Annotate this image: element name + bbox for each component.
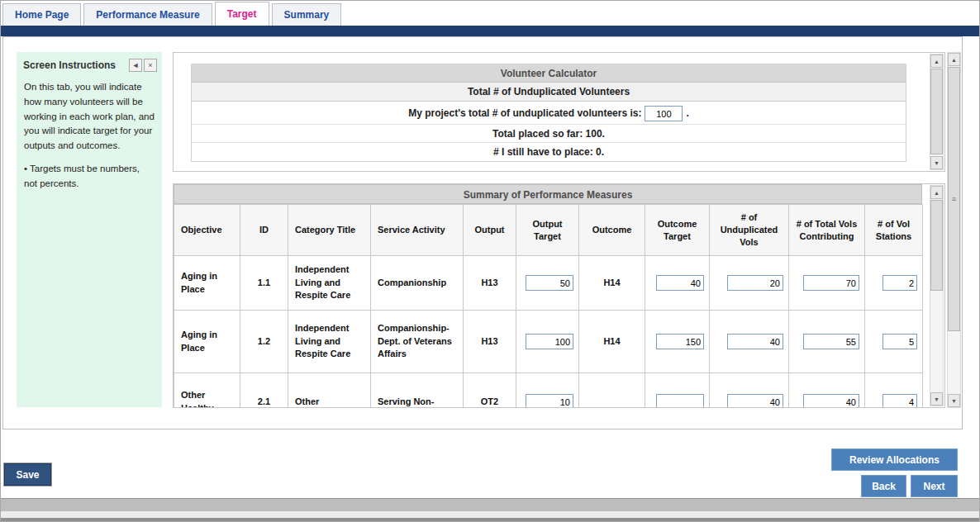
col-header-unduplicated-vols: # of Unduplicated Vols [710,205,789,256]
next-button[interactable]: Next [911,475,958,497]
scrollbar-thumb[interactable] [930,200,943,291]
app-window: Home Page Performance Measure Target Sum… [0,0,980,522]
save-button[interactable]: Save [4,463,51,486]
objective-cell: Aging in Place [174,311,240,373]
unduplicated-volunteers-input[interactable] [645,106,683,121]
unduplicated-vols-input[interactable] [727,275,783,291]
calculator-input-row: My project's total # of unduplicated vol… [192,102,906,125]
review-allocations-button[interactable]: Review Allocations [831,448,958,471]
instructions-header: Screen Instructions ◄ × [17,52,162,75]
table-row: Other Healthy 2.1 Other Serving Non- OT2 [174,373,923,409]
screen-instructions-panel: Screen Instructions ◄ × On this tab, you… [17,52,162,407]
tab-label: Target [227,8,257,20]
still-to-place-text: # I still have to place: 0. [192,143,906,161]
output-target-input[interactable] [526,275,573,291]
tab-label: Summary [284,9,330,21]
tab-label: Performance Measure [96,9,199,21]
outcome-target-input[interactable] [656,334,704,349]
col-header-outcome-target: Outcome Target [645,205,710,256]
output-target-input[interactable] [526,334,573,349]
id-cell: 1.2 [240,311,288,373]
tab-bar: Home Page Performance Measure Target Sum… [1,1,979,26]
objective-cell: Other Healthy [174,373,240,409]
content-area: Screen Instructions ◄ × On this tab, you… [2,36,963,429]
calculator-table: Volunteer Calculator Total # of Unduplic… [191,64,906,162]
performance-measures-table: Objective ID Category Title Service Acti… [174,204,923,408]
category-title-cell: Independent Living and Respite Care [288,311,371,373]
tab-summary[interactable]: Summary [272,3,342,26]
tab-target[interactable]: Target [215,2,269,26]
unduplicated-vols-input[interactable] [727,394,783,408]
vol-stations-cell [865,311,923,373]
calculator-subtitle: Total # of Unduplicated Volunteers [192,83,906,102]
total-vols-input[interactable] [803,334,859,349]
summary-scrollbar[interactable]: ▲ ▼ [930,185,944,406]
scrollbar-grip-icon: ≡ [952,195,956,203]
volunteer-calculator-panel: Volunteer Calculator Total # of Unduplic… [173,52,945,172]
performance-measures-panel: Summary of Performance Measures Objectiv… [173,183,945,408]
scroll-up-button[interactable]: ▲ [948,53,960,66]
back-button[interactable]: Back [861,475,906,497]
output-target-input[interactable] [526,394,573,408]
calculator-input-suffix: . [686,107,688,119]
scroll-down-button[interactable]: ▼ [948,394,960,407]
unduplicated-vols-input[interactable] [727,334,783,349]
category-title-cell: Independent Living and Respite Care [288,256,371,311]
objective-cell: Aging in Place [174,256,240,311]
unduplicated-vols-cell [710,256,789,311]
col-header-id: ID [240,205,288,256]
outcome-cell: H14 [579,256,645,311]
close-instructions-button[interactable]: × [144,59,157,72]
col-header-vol-stations: # of Vol Stations [865,205,923,256]
col-header-service-activity: Service Activity [371,205,464,256]
service-activity-cell: Companionship-Dept. of Veterans Affairs [371,311,464,373]
scrollbar-thumb[interactable] [930,69,943,154]
service-activity-cell: Companionship [371,256,464,311]
table-header-row: Objective ID Category Title Service Acti… [174,205,923,256]
summary-table-title: Summary of Performance Measures [174,184,922,204]
vol-stations-input[interactable] [882,275,917,291]
scroll-down-button[interactable]: ▼ [930,156,943,169]
calculator-scrollbar[interactable]: ▲ ▼ [930,54,944,170]
tab-home-page[interactable]: Home Page [2,3,81,26]
output-target-cell [516,311,579,373]
content-scrollbar[interactable]: ▲ ≡ ▼ [947,52,961,408]
close-icon: × [148,62,152,69]
scroll-up-button[interactable]: ▲ [930,186,943,199]
scroll-up-icon: ▲ [934,190,940,196]
vol-stations-input[interactable] [882,394,917,408]
table-row: Aging in Place 1.2 Independent Living an… [174,311,923,373]
col-header-category-title: Category Title [288,205,371,256]
outcome-target-input[interactable] [656,394,704,408]
vol-stations-cell [865,256,923,311]
col-header-output: Output [464,205,516,256]
outcome-cell [579,373,645,409]
scroll-down-icon: ▼ [934,396,940,402]
total-vols-cell [789,256,865,311]
scroll-down-icon: ▼ [951,398,957,404]
collapse-instructions-button[interactable]: ◄ [129,59,142,72]
col-header-objective: Objective [174,205,240,256]
tab-performance-measure[interactable]: Performance Measure [83,3,212,26]
arrow-left-icon: ◄ [132,62,140,69]
total-vols-input[interactable] [803,275,859,291]
bottom-area [1,511,979,521]
outcome-target-cell [645,256,710,311]
output-cell: OT2 [464,373,516,409]
vol-stations-input[interactable] [882,334,917,349]
total-vols-cell [789,373,865,409]
scroll-down-button[interactable]: ▼ [930,392,943,406]
scroll-up-button[interactable]: ▲ [930,55,943,68]
outcome-target-cell [645,373,710,409]
tab-label: Home Page [15,9,69,21]
id-cell: 2.1 [240,373,288,409]
scrollbar-thumb[interactable]: ≡ [948,67,960,331]
output-target-cell [516,256,579,311]
status-bar [1,498,979,511]
output-cell: H13 [464,311,516,373]
navy-divider-bar [1,26,979,36]
outcome-target-input[interactable] [656,275,704,291]
category-title-cell: Other [288,373,371,409]
total-vols-input[interactable] [803,394,859,408]
outcome-target-cell [645,311,710,373]
